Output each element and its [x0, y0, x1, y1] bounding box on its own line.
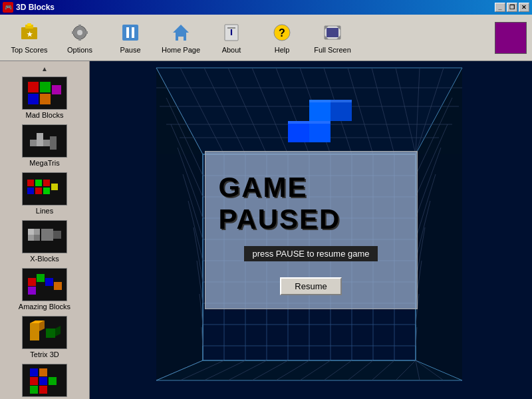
svg-rect-16	[227, 27, 235, 29]
mad-blocks-label: Mad Blocks	[26, 111, 64, 119]
svg-rect-149	[331, 100, 352, 121]
toolbar: ★ Top Scores Options Pause	[0, 15, 532, 61]
svg-rect-51	[54, 282, 62, 290]
svg-rect-42	[51, 184, 58, 190]
home-page-label: Home Page	[162, 46, 200, 54]
svg-rect-10	[122, 25, 138, 41]
svg-rect-64	[39, 386, 47, 394]
svg-rect-47	[53, 231, 61, 239]
game-area: GAME PAUSED press PAUSE to resume game R…	[90, 61, 532, 399]
mad-blocks-thumbnail	[22, 76, 67, 110]
sidebar-item-mad-blocks[interactable]: Mad Blocks	[8, 74, 81, 122]
app-thumbnail	[495, 22, 527, 54]
x-blocks-thumbnail	[22, 220, 67, 253]
svg-rect-60	[30, 377, 38, 385]
pause-label: Pause	[120, 46, 140, 54]
svg-rect-34	[50, 136, 57, 143]
x-blocks-label: X-Blocks	[30, 255, 59, 263]
svg-rect-150	[288, 121, 309, 124]
sidebar-item-tetrix-3d[interactable]: Tetrix 3D	[8, 313, 81, 361]
sidebar-up-arrow[interactable]: ▲	[0, 64, 89, 74]
columns-thumbnail	[22, 364, 67, 397]
svg-rect-61	[30, 386, 38, 394]
sidebar-item-mega-tris[interactable]: MegaTris	[8, 122, 81, 170]
svg-rect-2	[27, 23, 31, 26]
svg-rect-48	[28, 278, 36, 286]
svg-rect-37	[35, 180, 42, 186]
home-page-icon	[170, 22, 192, 43]
svg-rect-147	[309, 121, 331, 142]
svg-rect-46	[41, 229, 53, 241]
pause-button[interactable]: Pause	[106, 17, 154, 59]
amazing-blocks-label: Amazing Blocks	[19, 303, 70, 311]
sidebar-item-lines[interactable]: Lines	[8, 170, 81, 217]
mega-tris-label: MegaTris	[29, 159, 59, 167]
svg-rect-36	[27, 180, 34, 186]
pause-subtitle: press PAUSE to resume game	[244, 246, 377, 261]
svg-rect-25	[28, 82, 39, 92]
svg-rect-31	[37, 140, 43, 146]
top-scores-icon: ★	[19, 22, 40, 43]
lines-thumbnail	[22, 172, 67, 205]
svg-rect-44	[28, 229, 34, 235]
svg-rect-20	[327, 28, 338, 37]
svg-rect-62	[39, 368, 47, 376]
svg-rect-146	[288, 121, 309, 142]
full-screen-icon	[322, 22, 343, 43]
svg-rect-65	[49, 377, 57, 385]
restore-button[interactable]: ❐	[507, 3, 517, 12]
help-button[interactable]: ? Help	[258, 17, 306, 59]
help-label: Help	[275, 46, 290, 54]
svg-rect-12	[132, 27, 134, 38]
resume-button[interactable]: Resume	[280, 277, 341, 295]
options-button[interactable]: Options	[56, 17, 104, 59]
about-label: About	[222, 46, 241, 54]
svg-rect-148	[309, 100, 331, 121]
home-page-button[interactable]: Home Page	[157, 17, 205, 59]
svg-rect-9	[84, 31, 88, 34]
svg-rect-30	[30, 140, 37, 146]
svg-rect-39	[27, 188, 34, 194]
svg-rect-33	[43, 140, 50, 146]
sidebar-item-amazing-blocks[interactable]: Amazing Blocks	[8, 265, 81, 313]
svg-rect-63	[39, 377, 47, 385]
sidebar-item-x-blocks[interactable]: X-Blocks	[8, 217, 81, 265]
svg-rect-57	[46, 329, 55, 338]
svg-marker-58	[55, 326, 61, 336]
svg-rect-8	[72, 31, 75, 34]
svg-rect-7	[78, 37, 81, 41]
svg-rect-152	[309, 100, 331, 102]
svg-rect-153	[331, 100, 352, 102]
svg-rect-38	[43, 180, 50, 186]
svg-rect-40	[35, 188, 42, 194]
svg-rect-32	[37, 133, 43, 140]
svg-rect-28	[40, 94, 51, 104]
svg-rect-6	[78, 25, 81, 28]
top-scores-label: Top Scores	[11, 46, 47, 54]
svg-rect-49	[37, 274, 45, 282]
top-scores-button[interactable]: ★ Top Scores	[5, 17, 53, 59]
title-bar: 🎮 3D Blocks _ ❐ ✕	[0, 0, 532, 15]
svg-rect-35	[50, 143, 57, 150]
svg-rect-41	[43, 188, 50, 194]
window-controls: _ ❐ ✕	[495, 3, 529, 12]
svg-rect-50	[45, 278, 53, 286]
options-icon	[69, 22, 90, 43]
svg-rect-53	[30, 331, 39, 340]
lines-label: Lines	[36, 207, 53, 215]
svg-rect-29	[52, 85, 61, 94]
svg-marker-13	[173, 25, 189, 41]
sidebar-item-columns[interactable]: Columns	[8, 361, 81, 399]
about-button[interactable]: i About	[207, 17, 255, 59]
close-button[interactable]: ✕	[519, 3, 529, 12]
minimize-button[interactable]: _	[495, 3, 505, 12]
svg-point-5	[77, 30, 82, 35]
full-screen-button[interactable]: Full Screen	[309, 17, 356, 59]
svg-rect-52	[28, 287, 36, 295]
svg-rect-151	[309, 121, 331, 124]
tetrix-3d-label: Tetrix 3D	[30, 350, 59, 358]
svg-text:★: ★	[27, 31, 33, 38]
svg-rect-27	[28, 94, 39, 104]
options-label: Options	[67, 46, 92, 54]
full-screen-label: Full Screen	[314, 46, 351, 54]
